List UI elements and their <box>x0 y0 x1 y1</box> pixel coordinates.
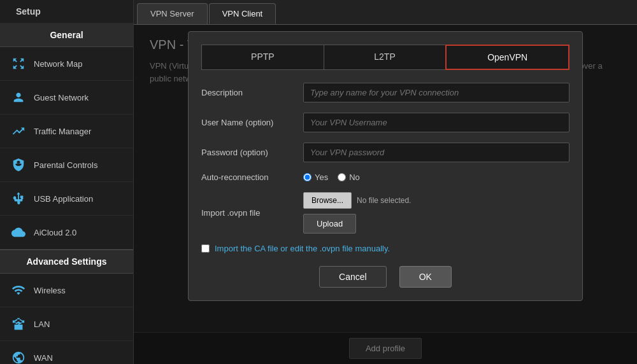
ca-file-checkbox[interactable] <box>201 244 210 253</box>
wireless-icon <box>10 281 27 299</box>
page-content: VPN - VPN Client VPN (Virtual Private Ne… <box>134 25 637 364</box>
network-map-icon <box>10 55 27 73</box>
sidebar-item-guest-network[interactable]: Guest Network <box>0 81 133 115</box>
sidebar-item-label: WAN <box>34 353 53 363</box>
lan-icon <box>10 315 27 333</box>
usb-application-icon <box>10 190 27 207</box>
sidebar-item-label: Wireless <box>34 286 66 295</box>
file-row: Browse... No file selected. Upload <box>303 192 569 234</box>
browse-button[interactable]: Browse... <box>303 192 352 209</box>
auto-reconnect-label: Auto-reconnection <box>201 172 303 182</box>
sidebar-item-setup[interactable]: Setup <box>0 0 133 24</box>
auto-reconnect-field: Yes No <box>303 172 569 182</box>
ok-button[interactable]: OK <box>399 266 452 288</box>
username-label: User Name (option) <box>201 118 303 127</box>
auto-reconnect-row: Auto-reconnection Yes No <box>201 172 569 182</box>
radio-no[interactable] <box>338 173 346 181</box>
password-field <box>303 143 569 162</box>
radio-no-text: No <box>349 172 360 182</box>
password-input[interactable] <box>303 143 569 162</box>
password-label: Password (option) <box>201 148 303 157</box>
description-input[interactable] <box>303 83 569 102</box>
sidebar-item-usb-application[interactable]: USB Application <box>0 182 133 216</box>
no-file-label: No file selected. <box>357 196 411 205</box>
aicloud-icon <box>10 223 27 241</box>
import-ovpn-row: Import .ovpn file Browse... No file sele… <box>201 192 569 234</box>
sidebar: Setup General Network Map Guest Network … <box>0 0 134 364</box>
description-row: Description <box>201 83 569 102</box>
description-field <box>303 83 569 102</box>
radio-group: Yes No <box>303 172 569 182</box>
password-row: Password (option) <box>201 143 569 162</box>
sidebar-item-wan[interactable]: WAN <box>0 341 133 364</box>
sidebar-item-label: USB Application <box>34 194 93 204</box>
setup-label: Setup <box>16 6 41 17</box>
radio-yes[interactable] <box>303 173 311 181</box>
cancel-button[interactable]: Cancel <box>319 266 387 288</box>
traffic-manager-icon <box>10 122 27 140</box>
sidebar-item-aicloud[interactable]: AiCloud 2.0 <box>0 216 133 249</box>
description-label: Description <box>201 88 303 97</box>
tab-vpn-client[interactable]: VPN Client <box>209 3 276 24</box>
sidebar-item-label: AiCloud 2.0 <box>34 228 76 237</box>
import-ovpn-label: Import .ovpn file <box>201 208 303 218</box>
radio-yes-text: Yes <box>315 172 328 182</box>
sidebar-item-lan[interactable]: LAN <box>0 307 133 341</box>
tab-vpn-server[interactable]: VPN Server <box>137 3 208 24</box>
sidebar-item-label: Guest Network <box>34 93 89 102</box>
sidebar-item-parental-controls[interactable]: Parental Controls <box>0 148 133 182</box>
sidebar-item-label: Network Map <box>34 59 83 69</box>
general-header: General <box>0 24 133 47</box>
sidebar-item-label: Traffic Manager <box>34 127 91 136</box>
file-browse: Browse... No file selected. <box>303 192 569 209</box>
parental-controls-icon <box>10 156 27 174</box>
sidebar-item-label: LAN <box>34 319 50 329</box>
dialog-buttons: Cancel OK <box>201 266 569 288</box>
username-input[interactable] <box>303 113 569 132</box>
import-ovpn-field: Browse... No file selected. Upload <box>303 192 569 234</box>
username-row: User Name (option) <box>201 113 569 132</box>
vpn-dialog: PPTP L2TP OpenVPN Description User Name … <box>188 31 583 301</box>
guest-network-icon <box>10 88 27 106</box>
protocol-tabs: PPTP L2TP OpenVPN <box>201 45 569 70</box>
dialog-overlay: PPTP L2TP OpenVPN Description User Name … <box>134 25 637 364</box>
upload-button[interactable]: Upload <box>303 214 356 234</box>
radio-yes-label[interactable]: Yes <box>303 172 328 182</box>
sidebar-item-label: Parental Controls <box>34 160 97 170</box>
radio-no-label[interactable]: No <box>338 172 360 182</box>
wan-icon <box>10 349 27 364</box>
sidebar-item-traffic-manager[interactable]: Traffic Manager <box>0 115 133 148</box>
sidebar-item-wireless[interactable]: Wireless <box>0 274 133 307</box>
tab-bar: VPN Server VPN Client <box>134 0 637 25</box>
advanced-settings-header: Advanced Settings <box>0 249 133 274</box>
proto-tab-l2tp[interactable]: L2TP <box>324 45 446 70</box>
ca-file-link[interactable]: Import the CA file or edit the .ovpn fil… <box>215 244 390 253</box>
proto-tab-pptp[interactable]: PPTP <box>201 45 324 70</box>
proto-tab-openvpn[interactable]: OpenVPN <box>445 45 569 70</box>
sidebar-item-network-map[interactable]: Network Map <box>0 47 133 81</box>
username-field <box>303 113 569 132</box>
checkbox-row: Import the CA file or edit the .ovpn fil… <box>201 244 569 253</box>
content-area: VPN Server VPN Client VPN - VPN Client V… <box>134 0 637 364</box>
